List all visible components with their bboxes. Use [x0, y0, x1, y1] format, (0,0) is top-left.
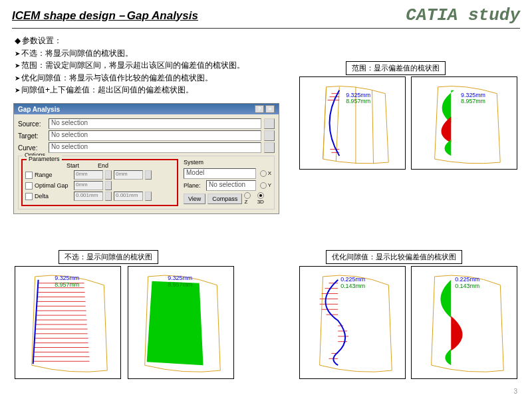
spinner-icon[interactable] — [105, 170, 112, 180]
pick-icon[interactable] — [264, 130, 275, 141]
svg-text:9.325mm: 9.325mm — [346, 92, 370, 98]
parameters-legend: Parameters — [27, 156, 62, 162]
axis-y[interactable]: Y — [260, 182, 271, 189]
bullet-item: 不选：将显示间隙值的梳状图。 — [15, 47, 245, 60]
range-start-input[interactable]: 0mm — [74, 170, 103, 180]
curve-field[interactable]: No selection — [49, 142, 261, 153]
curve-label: Curve: — [18, 144, 46, 152]
range-checkbox[interactable] — [25, 172, 33, 179]
svg-text:8.957mm: 8.957mm — [55, 281, 79, 288]
spinner-icon[interactable] — [105, 181, 112, 190]
bullet-item: 范围：需设定间隙区间，将显示超出该区间的偏差值的梳状图。 — [15, 59, 245, 72]
delta-label: Delta — [35, 193, 72, 200]
delta-checkbox[interactable] — [25, 193, 33, 200]
thumb-none-2: 9.325mm 8.957mm — [128, 266, 234, 379]
caption-optimal: 优化间隙值：显示比较偏差值的梳状图 — [326, 250, 462, 264]
thumb-opt-1: 0.225mm 0.143mm — [299, 266, 406, 379]
axis-3d[interactable]: 3D — [257, 192, 271, 205]
svg-text:9.325mm: 9.325mm — [461, 92, 485, 98]
gap-analysis-dialog: Gap Analysis ? × Source:No selection Tar… — [13, 103, 279, 214]
source-field[interactable]: No selection — [49, 118, 261, 129]
svg-text:9.325mm: 9.325mm — [55, 275, 79, 281]
target-label: Target: — [18, 132, 46, 140]
page-title: ICEM shape design－Gap Analysis — [12, 8, 198, 23]
dialog-title-text: Gap Analysis — [18, 106, 60, 113]
range-label: Range — [35, 172, 72, 178]
pick-icon[interactable] — [264, 118, 275, 129]
spinner-icon[interactable] — [105, 192, 112, 201]
target-field[interactable]: No selection — [49, 130, 261, 141]
compass-button[interactable]: Compass — [207, 194, 242, 204]
bullet-item: 优化间隙值：将显示与该值作比较的偏差值的梳状图。 — [15, 72, 245, 84]
axis-z[interactable]: Z — [244, 192, 255, 205]
bullet-item: 间隙值+上下偏差值：超出区间值的偏差梳状图。 — [15, 84, 245, 96]
bullet-heading: 参数设置： — [15, 35, 245, 47]
model-select[interactable]: Model — [184, 168, 256, 179]
svg-text:8.957mm: 8.957mm — [461, 98, 485, 104]
close-icon[interactable]: × — [265, 105, 275, 113]
plane-field[interactable]: No selection — [206, 180, 256, 191]
delta-start-input[interactable]: 0.001mm — [74, 192, 103, 201]
svg-text:8.957mm: 8.957mm — [168, 281, 192, 288]
delta-end-input[interactable]: 0.001mm — [114, 192, 143, 201]
optimal-input[interactable]: 0mm — [74, 181, 103, 190]
brand-logo: CATIA study — [406, 5, 520, 25]
header-divider — [12, 28, 520, 29]
caption-range: 范围：显示偏差值的梳状图 — [346, 61, 446, 75]
svg-text:0.143mm: 0.143mm — [340, 283, 365, 289]
caption-none: 不选：显示间隙值的梳状图 — [59, 250, 158, 264]
svg-text:0.143mm: 0.143mm — [455, 283, 479, 289]
svg-text:9.325mm: 9.325mm — [168, 275, 192, 281]
axis-x[interactable]: X — [260, 170, 271, 177]
system-legend: System — [184, 159, 271, 166]
help-icon[interactable]: ? — [255, 105, 264, 113]
page-number: 3 — [513, 388, 517, 395]
svg-text:0.225mm: 0.225mm — [340, 276, 365, 283]
range-end-input[interactable]: 0mm — [114, 170, 143, 180]
plane-label: Plane: — [184, 182, 202, 189]
thumb-opt-2: 0.225mm 0.143mm — [411, 266, 517, 379]
optimal-label: Optimal Gap — [35, 182, 72, 189]
svg-text:0.225mm: 0.225mm — [455, 276, 479, 283]
thumb-range-1: 9.325mm 8.957mm — [299, 76, 406, 170]
end-header: End — [98, 162, 108, 169]
source-label: Source: — [18, 120, 46, 128]
view-button[interactable]: View — [184, 194, 205, 204]
dialog-titlebar[interactable]: Gap Analysis ? × — [14, 104, 279, 114]
svg-text:8.957mm: 8.957mm — [346, 98, 370, 104]
optimal-checkbox[interactable] — [25, 182, 33, 190]
spinner-icon[interactable] — [145, 192, 152, 201]
pick-icon[interactable] — [264, 142, 275, 153]
thumb-none-1: 9.325mm 8.957mm — [15, 266, 121, 379]
thumb-range-2: 9.325mm 8.957mm — [411, 76, 517, 170]
parameter-notes: 参数设置： 不选：将显示间隙值的梳状图。 范围：需设定间隙区间，将显示超出该区间… — [15, 35, 245, 96]
spinner-icon[interactable] — [145, 170, 152, 180]
start-header: Start — [66, 162, 79, 169]
